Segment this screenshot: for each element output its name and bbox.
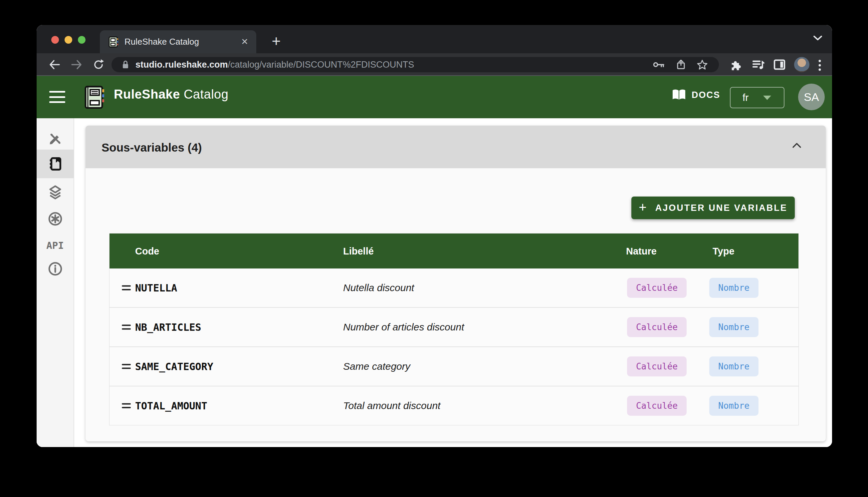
browser-window: RuleShake Catalog ✕ + (36, 25, 832, 447)
add-variable-button[interactable]: + AJOUTER UNE VARIABLE (631, 197, 795, 219)
url-path: /catalog/variable/DISCOUNT%2FDISCOUNTS (228, 60, 414, 70)
url-text: studio.ruleshake.com/catalog/variable/DI… (135, 60, 653, 70)
type-badge: Nombre (709, 396, 759, 416)
sidebar-item-catalog[interactable] (36, 150, 74, 178)
docs-label: DOCS (692, 90, 720, 100)
browser-menu-icon[interactable] (818, 59, 821, 71)
table-row[interactable]: NB_ARTICLES Number of articles discount … (109, 307, 798, 346)
column-header-libelle: Libellé (343, 245, 374, 256)
nature-badge: Calculée (627, 396, 687, 416)
tab-strip: RuleShake Catalog ✕ + (36, 25, 832, 53)
window-zoom-button[interactable] (78, 36, 86, 44)
table-row[interactable]: SAME_CATEGORY Same category Calculée Nom… (109, 346, 798, 386)
page-content: API Sous-variables (4) (36, 118, 832, 447)
window-minimize-button[interactable] (64, 36, 72, 44)
info-icon (48, 261, 63, 276)
variable-label: Number of articles discount (343, 322, 464, 333)
variable-code: TOTAL_AMOUNT (135, 400, 207, 412)
forward-button[interactable] (69, 57, 85, 73)
browser-tab[interactable]: RuleShake Catalog ✕ (100, 30, 256, 53)
reload-button[interactable] (90, 57, 106, 73)
sidebar-item-design-tools[interactable] (36, 126, 74, 152)
nature-badge: Calculée (627, 317, 687, 337)
address-bar[interactable]: studio.ruleshake.com/catalog/variable/DI… (112, 57, 719, 72)
app-title-secondary: Catalog (184, 87, 228, 101)
table-header: Code Libellé Nature Type (109, 233, 798, 269)
url-domain: studio.ruleshake.com (135, 60, 228, 70)
variable-code: NB_ARTICLES (135, 322, 201, 333)
new-tab-button[interactable]: + (267, 32, 285, 51)
drag-handle-icon[interactable] (122, 323, 131, 332)
app-logo-icon (84, 85, 105, 109)
app-title: RuleShake Catalog (114, 87, 228, 102)
variable-code: SAME_CATEGORY (135, 361, 214, 372)
type-badge: Nombre (709, 278, 759, 298)
tab-title: RuleShake Catalog (124, 37, 241, 47)
variable-label: Same category (343, 361, 410, 372)
share-icon[interactable] (676, 59, 686, 70)
plus-icon: + (639, 200, 646, 214)
table-row[interactable]: NUTELLA Nutella discount Calculée Nombre (109, 269, 798, 307)
catalog-journal-icon (48, 156, 63, 172)
variable-label: Nutella discount (343, 282, 414, 294)
bookmark-star-icon[interactable] (697, 59, 708, 70)
secure-lock-icon[interactable] (121, 60, 130, 69)
drag-handle-icon[interactable] (122, 283, 131, 293)
nature-badge: Calculée (627, 356, 687, 377)
back-button[interactable] (47, 57, 62, 73)
collapse-chevron-up-icon[interactable] (791, 142, 803, 149)
side-panel-icon[interactable] (773, 58, 786, 71)
add-variable-label: AJOUTER UNE VARIABLE (655, 203, 788, 213)
tab-close-icon[interactable]: ✕ (241, 37, 248, 47)
tab-favicon-icon (108, 36, 118, 48)
sidebar-item-api[interactable]: API (36, 232, 74, 259)
app-header: RuleShake Catalog DOCS fr SA (36, 76, 832, 118)
layers-icon (48, 185, 63, 200)
panel-header[interactable]: Sous-variables (4) (86, 126, 826, 168)
media-playlist-icon[interactable] (751, 58, 765, 71)
profile-avatar[interactable] (794, 57, 809, 72)
column-header-type: Type (712, 245, 735, 256)
desktop-background: RuleShake Catalog ✕ + (0, 0, 868, 497)
drag-handle-icon[interactable] (122, 401, 131, 411)
api-label: API (46, 240, 63, 251)
menu-hamburger-icon[interactable] (49, 90, 65, 104)
variable-label: Total amount discount (343, 400, 440, 411)
language-select[interactable]: fr (730, 87, 784, 108)
sidebar-item-layers[interactable] (36, 179, 74, 205)
docs-button[interactable]: DOCS (672, 89, 720, 101)
sub-variables-panel: Sous-variables (4) + AJOUTER UNE VARIABL… (86, 126, 826, 441)
panel-title: Sous-variables (4) (102, 141, 202, 154)
variable-code: NUTELLA (135, 282, 177, 294)
sidebar-item-engine[interactable] (36, 205, 74, 232)
drag-handle-icon[interactable] (122, 362, 131, 371)
book-icon (672, 89, 686, 101)
window-close-button[interactable] (51, 36, 59, 44)
browser-toolbar: studio.ruleshake.com/catalog/variable/DI… (36, 53, 832, 76)
column-header-code: Code (135, 245, 159, 256)
password-key-icon[interactable] (653, 61, 665, 69)
tab-search-chevron-icon[interactable] (812, 34, 823, 42)
table-row[interactable]: TOTAL_AMOUNT Total amount discount Calcu… (109, 386, 798, 425)
variables-table: Code Libellé Nature Type NUTELLA Nutella… (109, 233, 799, 425)
sidebar-item-info[interactable] (36, 255, 74, 282)
user-avatar[interactable]: SA (798, 84, 825, 110)
type-badge: Nombre (709, 317, 759, 337)
language-value: fr (742, 92, 749, 103)
chevron-down-icon (763, 96, 771, 100)
nature-badge: Calculée (627, 278, 687, 298)
column-header-nature: Nature (626, 245, 657, 256)
app-title-primary: RuleShake (114, 87, 180, 101)
turbine-gear-icon (48, 211, 63, 227)
extensions-puzzle-icon[interactable] (730, 58, 743, 71)
type-badge: Nombre (709, 356, 759, 377)
sidebar-rail: API (36, 118, 74, 447)
design-tools-icon (48, 131, 63, 146)
